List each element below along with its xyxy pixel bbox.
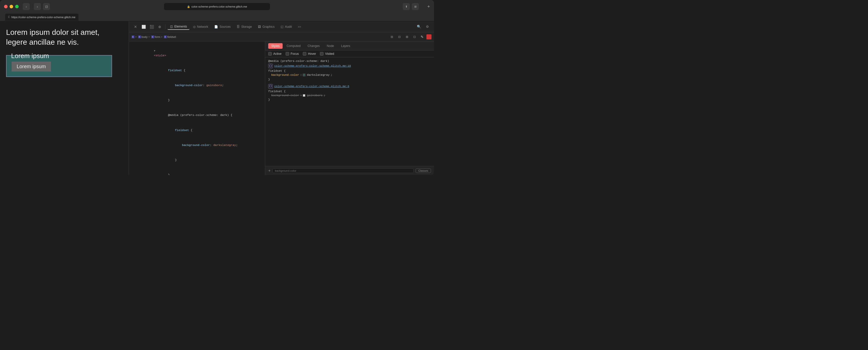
active-checkbox[interactable]: [268, 52, 272, 56]
el-media-query[interactable]: @media (prefers-color-scheme: dark) {: [129, 108, 265, 123]
minimize-button[interactable]: [9, 5, 13, 8]
new-tab-split-button[interactable]: ⊞: [412, 3, 419, 10]
add-rule-button[interactable]: +: [268, 169, 271, 173]
focus-checkbox[interactable]: [286, 52, 289, 56]
tab-sources[interactable]: 📄 Sources: [212, 24, 233, 30]
styles-content: @media (prefers-color-scheme: dark) {} c…: [265, 57, 434, 166]
expand-icon: ▼: [154, 50, 155, 52]
pseudo-focus[interactable]: Focus: [286, 52, 299, 56]
rule-selector-2: fieldset {: [268, 90, 431, 93]
breadcrumb-fieldset[interactable]: E fieldset: [164, 35, 176, 38]
elements-panel[interactable]: ▼ <style> fieldset { background-color: g…: [129, 41, 265, 175]
elements-icon: ◫: [170, 25, 173, 28]
node-layout-btn[interactable]: ⊞: [389, 34, 395, 40]
styles-tabs: Styles Computed Changes Node Layers: [265, 41, 434, 51]
hover-checkbox[interactable]: [303, 52, 306, 56]
el-dark-fieldset[interactable]: fieldset {: [129, 123, 265, 138]
visited-checkbox[interactable]: [320, 52, 323, 56]
el-rule-close[interactable]: }: [129, 93, 265, 108]
search-button[interactable]: 🔍: [415, 23, 423, 30]
curly-badge-2: {}: [268, 84, 273, 89]
filter-input[interactable]: [273, 169, 413, 173]
node-grid-btn[interactable]: ⊡: [411, 34, 418, 40]
edit-node-btn[interactable]: ✎: [419, 34, 426, 40]
sidebar-toggle-button[interactable]: ⊡: [43, 3, 50, 10]
el-media-close[interactable]: }: [129, 168, 265, 175]
preview-text: Lorem ipsum dolor sit amet,legere ancill…: [6, 27, 123, 47]
new-tab-button[interactable]: +: [427, 4, 430, 9]
devtools-toolbar: ✕ ⬜ ⬛ ⊕ ◫ Elements ◎ Network 📄 Sources 🗄…: [129, 21, 434, 32]
node-columns-btn[interactable]: ⊠: [404, 34, 410, 40]
share-button[interactable]: ⬆: [403, 3, 410, 10]
styles-panel: Styles Computed Changes Node Layers Acti…: [265, 41, 434, 175]
classes-button[interactable]: Classes: [415, 169, 431, 173]
box-model-btn[interactable]: [427, 34, 432, 39]
source-link-1[interactable]: color-scheme-prefers-color-scheme.glitch…: [274, 64, 351, 67]
pseudo-visited[interactable]: Visited: [320, 52, 334, 56]
close-devtools-button[interactable]: ✕: [132, 23, 139, 30]
color-swatch-2[interactable]: [303, 94, 305, 97]
more-tabs-button[interactable]: >>: [296, 23, 303, 30]
element-style-tag[interactable]: ▼ <style>: [129, 43, 265, 63]
tab-changes[interactable]: Changes: [305, 43, 323, 49]
maximize-button[interactable]: [15, 5, 19, 8]
sources-icon: 📄: [214, 25, 218, 29]
el-dark-close[interactable]: }: [129, 153, 265, 168]
tab-bar: C https://color-scheme-prefers-color-sch…: [0, 13, 434, 21]
color-swatch-1[interactable]: [303, 74, 305, 76]
tab-elements[interactable]: ◫ Elements: [167, 24, 189, 30]
el-bg-gainsboro[interactable]: background-color: gainsboro;: [129, 78, 265, 93]
styles-footer: + Classes: [265, 166, 434, 175]
breadcrumb-form[interactable]: E form: [151, 35, 160, 38]
window-chrome: ‹ › ⊡ 🔒 color-scheme-prefers-color-schem…: [0, 0, 434, 13]
devtools-body: ▼ <style> fieldset { background-color: g…: [129, 41, 434, 175]
audit-icon: ◱: [281, 25, 283, 29]
curly-badge-1: {}: [268, 64, 273, 68]
window-right-buttons: ⬆ ⊞: [403, 3, 419, 10]
fieldset-button[interactable]: Lorem ipsum: [11, 62, 51, 71]
tab-computed[interactable]: Computed: [284, 43, 304, 49]
style-source-2: {} color-scheme-prefers-color-scheme.gli…: [268, 84, 431, 89]
rule-prop-1: background-color : darkslategray ;: [271, 72, 431, 78]
tab-layers[interactable]: Layers: [338, 43, 353, 49]
rule-prop-2: background-color : gainsboro ;: [271, 93, 431, 98]
lock-icon: 🔒: [187, 5, 190, 8]
rule-body-2: background-color : gainsboro ;: [268, 93, 431, 98]
rule-selector-1: fieldset {: [268, 69, 431, 72]
network-icon: ◎: [193, 25, 195, 29]
element-picker-button[interactable]: ⊕: [156, 23, 163, 30]
tab-favicon: C: [8, 16, 10, 19]
tab-styles[interactable]: Styles: [268, 43, 283, 49]
tab-graphics[interactable]: 🖼 Graphics: [255, 24, 277, 30]
tab-node[interactable]: Node: [324, 43, 337, 49]
tab-network[interactable]: ◎ Network: [190, 24, 211, 30]
rule-body-1: background-color : darkslategray ;: [268, 72, 431, 78]
el-fieldset-rule[interactable]: fieldset {: [129, 63, 265, 78]
tab-title: https://color-scheme-prefers-color-schem…: [11, 16, 75, 19]
pseudo-active[interactable]: Active: [268, 52, 282, 56]
undock-button[interactable]: ⬜: [140, 23, 147, 30]
elements-breadcrumb: E ▸ E body ▸ E form ▸ E fieldset ⊞ ⊟ ⊠ ⊡: [129, 32, 434, 41]
media-query-dark: @media (prefers-color-scheme: dark): [268, 59, 431, 63]
main-content: Lorem ipsum dolor sit amet,legere ancill…: [0, 21, 434, 175]
pseudo-states: Active Focus Hover Visited: [265, 51, 434, 57]
el-bg-darkslategray[interactable]: background-color: darkslategray;: [129, 138, 265, 152]
node-print-btn[interactable]: ⊟: [396, 34, 403, 40]
tab-storage[interactable]: 🗄 Storage: [234, 24, 254, 30]
preview-pane: Lorem ipsum dolor sit amet,legere ancill…: [0, 21, 129, 175]
tab-audit[interactable]: ◱ Audit: [278, 24, 294, 30]
active-tab[interactable]: C https://color-scheme-prefers-color-sch…: [5, 13, 79, 21]
back-button[interactable]: ‹: [23, 3, 30, 10]
forward-button[interactable]: ›: [34, 3, 41, 10]
dock-side-button[interactable]: ⬛: [148, 23, 155, 30]
source-link-2[interactable]: color-scheme-prefers-color-scheme.glitch…: [274, 85, 349, 88]
breadcrumb-body[interactable]: E body: [138, 35, 148, 38]
fieldset-legend: Lorem ipsum: [9, 52, 51, 60]
pseudo-hover[interactable]: Hover: [303, 52, 316, 56]
close-button[interactable]: [4, 5, 7, 8]
rule-brace-1: }: [268, 78, 431, 81]
style-rule-gainsboro: {} color-scheme-prefers-color-scheme.gli…: [268, 84, 431, 101]
storage-icon: 🗄: [237, 25, 240, 29]
settings-button[interactable]: ⚙: [424, 23, 431, 30]
address-bar[interactable]: 🔒 color-scheme-prefers-color-scheme.glit…: [164, 3, 270, 10]
